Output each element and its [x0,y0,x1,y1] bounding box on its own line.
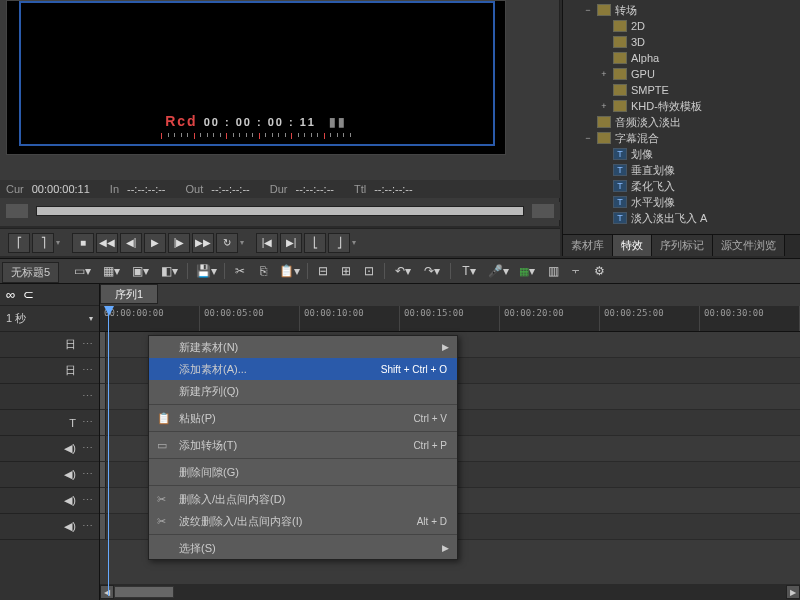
tree-item[interactable]: +KHD-特效模板 [563,98,800,114]
cut-button[interactable]: ✂ [230,262,250,280]
folder-icon [613,20,627,32]
redo-button[interactable]: ↷▾ [419,262,445,280]
adjust-button[interactable]: ⫟ [566,262,586,280]
context-menu-item[interactable]: 新建素材(N)▶ [149,336,457,358]
tree-item[interactable]: T水平划像 [563,194,800,210]
playhead[interactable] [108,306,109,596]
tree-toggle-icon[interactable]: − [583,5,593,15]
tree-toggle-icon[interactable]: − [583,133,593,143]
hscroll-right-button[interactable]: ▶ [786,585,800,599]
tree-item[interactable]: T柔化飞入 [563,178,800,194]
menu-item-shortcut: Alt + D [417,516,447,527]
track-header[interactable]: ◀)⋯ [0,488,99,514]
track-type-icon: 日 [65,363,76,378]
layout-button[interactable]: ▥ [543,262,563,280]
tree-item[interactable]: −字幕混合 [563,130,800,146]
timeline-scale-row[interactable]: 1 秒 ▾ [0,306,99,332]
tool-dropdown-3[interactable]: ▣▾ [127,262,153,280]
stop-button[interactable]: ■ [72,233,94,253]
step-back-button[interactable]: ◀| [120,233,142,253]
track-options-icon[interactable]: ⋯ [82,442,93,455]
magnet-mode-icon[interactable]: ⊂ [23,287,34,302]
track-header[interactable]: ◀)⋯ [0,514,99,540]
tool-dropdown-2[interactable]: ▦▾ [98,262,124,280]
bracket-in-button[interactable]: ⎣ [304,233,326,253]
fx-icon: T [613,180,627,192]
fx-tab[interactable]: 素材库 [563,235,613,256]
hscroll-left-button[interactable]: ◀ [100,585,114,599]
context-menu-item[interactable]: 删除间隙(G) [149,461,457,483]
mark-in-button[interactable]: ⎡ [8,233,30,253]
timeline-ruler[interactable]: 00:00:00:0000:00:05:0000:00:10:0000:00:1… [100,306,800,332]
fx-tab[interactable]: 源文件浏览 [713,235,785,256]
copy-button[interactable]: ⎘ [253,262,273,280]
context-menu-item[interactable]: 添加素材(A)...Shift + Ctrl + O [149,358,457,380]
split-button[interactable]: ⊟ [313,262,333,280]
track-options-icon[interactable]: ⋯ [82,494,93,507]
track-header[interactable]: ◀)⋯ [0,462,99,488]
ffwd-button[interactable]: ▶▶ [192,233,214,253]
track-options-icon[interactable]: ⋯ [82,364,93,377]
scrub-right-gutter[interactable] [532,204,554,218]
tree-item[interactable]: Alpha [563,50,800,66]
step-fwd-button[interactable]: |▶ [168,233,190,253]
jump-in-button[interactable]: |◀ [256,233,278,253]
editor-toolbar: ▭▾ ▦▾ ▣▾ ◧▾ 💾▾ ✂ ⎘ 📋▾ ⊟ ⊞ ⊡ ↶▾ ↷▾ T▾ 🎤▾ … [0,258,800,284]
track-header[interactable]: ◀)⋯ [0,436,99,462]
loop-button[interactable]: ↻ [216,233,238,253]
tree-label: 垂直划像 [631,163,675,178]
tree-toggle-icon[interactable]: + [599,69,609,79]
track-options-icon[interactable]: ⋯ [82,338,93,351]
tree-item[interactable]: −转场 [563,2,800,18]
tree-item[interactable]: T淡入淡出飞入 B [563,226,800,228]
tree-label: 字幕混合 [615,131,659,146]
context-menu-item[interactable]: 选择(S)▶ [149,537,457,559]
bracket-out-button[interactable]: ⎦ [328,233,350,253]
track-header[interactable]: T⋯ [0,410,99,436]
tree-toggle-icon[interactable]: + [599,101,609,111]
scrub-track[interactable] [36,206,524,216]
track-options-icon[interactable]: ⋯ [82,468,93,481]
context-menu-item[interactable]: 新建序列(Q) [149,380,457,402]
track-header[interactable]: 日⋯ [0,332,99,358]
track-header[interactable]: ⋯ [0,384,99,410]
preview-viewport[interactable]: Rcd00 : 00 : 00 : 11 ▮▮ [6,0,506,155]
track-options-icon[interactable]: ⋯ [82,390,93,403]
color-tool-button[interactable]: ▦▾ [514,262,540,280]
undo-button[interactable]: ↶▾ [390,262,416,280]
title-tool-button[interactable]: T▾ [456,262,482,280]
rewind-button[interactable]: ◀◀ [96,233,118,253]
tree-label: 划像 [631,147,653,162]
fx-tab[interactable]: 特效 [613,235,652,256]
mark-out-button[interactable]: ⎤ [32,233,54,253]
paste-button[interactable]: 📋▾ [276,262,302,280]
ungroup-button[interactable]: ⊡ [359,262,379,280]
track-options-icon[interactable]: ⋯ [82,520,93,533]
jump-out-button[interactable]: ▶| [280,233,302,253]
play-button[interactable]: ▶ [144,233,166,253]
tree-item[interactable]: +GPU [563,66,800,82]
effects-tree[interactable]: −转场2D3DAlpha+GPUSMPTE+KHD-特效模板音频淡入淡出−字幕混… [563,0,800,228]
fx-tab[interactable]: 序列标记 [652,235,713,256]
tool-dropdown-1[interactable]: ▭▾ [69,262,95,280]
audio-tool-button[interactable]: 🎤▾ [485,262,511,280]
tree-item[interactable]: T垂直划像 [563,162,800,178]
tool-dropdown-4[interactable]: ◧▾ [156,262,182,280]
track-header[interactable]: 日⋯ [0,358,99,384]
link-mode-icon[interactable]: ∞ [6,287,15,302]
sequence-tab[interactable]: 序列1 [100,284,158,304]
track-options-icon[interactable]: ⋯ [82,416,93,429]
hscroll-thumb[interactable] [114,586,174,598]
save-button[interactable]: 💾▾ [193,262,219,280]
tree-item[interactable]: T划像 [563,146,800,162]
scale-dropdown-icon[interactable]: ▾ [89,314,93,323]
tree-item[interactable]: 3D [563,34,800,50]
group-button[interactable]: ⊞ [336,262,356,280]
scrub-left-gutter[interactable] [6,204,28,218]
timeline-hscroll[interactable]: ◀ ▶ [100,584,800,600]
tree-item[interactable]: 2D [563,18,800,34]
settings-button[interactable]: ⚙ [589,262,609,280]
tree-item[interactable]: SMPTE [563,82,800,98]
tree-item[interactable]: T淡入淡出飞入 A [563,210,800,226]
tree-item[interactable]: 音频淡入淡出 [563,114,800,130]
